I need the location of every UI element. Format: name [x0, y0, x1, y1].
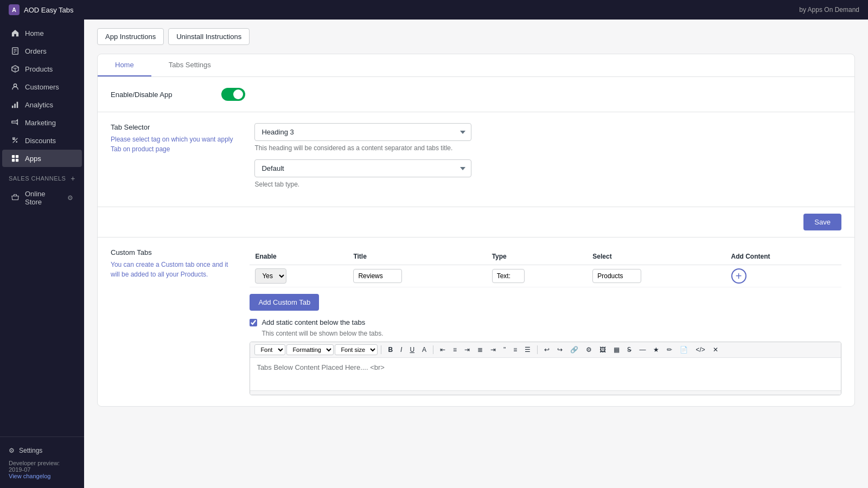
save-button[interactable]: Save [803, 214, 841, 230]
col-select: Select [587, 248, 725, 265]
tab-type-hint: Select tab type. [254, 181, 471, 188]
online-store-settings-icon[interactable]: ⚙ [67, 194, 73, 202]
main-card: Home Tabs Settings Enable/Disable App Ta… [97, 54, 855, 407]
toolbar-pen[interactable]: ✏ [663, 344, 675, 355]
app-instructions-button[interactable]: App Instructions [97, 28, 164, 45]
sidebar-item-orders[interactable]: Orders [2, 42, 82, 60]
sidebar-nav: Home Orders Products Customers [0, 20, 84, 436]
toolbar-align-left[interactable]: ⇤ [437, 344, 449, 355]
tab-home[interactable]: Home [98, 54, 151, 76]
custom-tabs-table: Enable Title Type Select Add Content [250, 248, 841, 287]
add-content-button[interactable]: + [731, 268, 746, 284]
toolbar-align-justify[interactable]: ≣ [474, 344, 486, 355]
customers-icon [11, 82, 20, 91]
col-title: Title [348, 248, 486, 265]
static-content-label[interactable]: Add static content below the tabs [261, 318, 365, 326]
sidebar-item-customers[interactable]: Customers [2, 78, 82, 95]
heading-select[interactable]: Heading 1 Heading 2 Heading 3 Heading 4 … [254, 123, 471, 141]
tab-selector-desc: Tab Selector Please select tag on which … [111, 123, 233, 154]
changelog-link[interactable]: View changelog [9, 473, 50, 479]
sidebar-item-home[interactable]: Home [2, 24, 82, 42]
top-bar-byline: by Apps On Demand [799, 6, 859, 14]
enable-label: Enable/Disable App [111, 91, 208, 99]
toolbar-table[interactable]: ▦ [610, 344, 623, 355]
row-select-input[interactable] [592, 269, 641, 283]
sales-channels-header: SALES CHANNELS + [0, 168, 84, 185]
orders-icon [11, 47, 20, 55]
card-tab-nav: Home Tabs Settings [98, 54, 854, 77]
svg-line-6 [15, 67, 18, 69]
tab-selector-desc-text: Please select tag on which you want appl… [111, 134, 233, 154]
toolbar-list-unordered[interactable]: ☰ [521, 344, 534, 355]
toolbar-underline[interactable]: U [406, 344, 418, 355]
dev-preview: Developer preview: 2019-07 View changelo… [9, 458, 75, 481]
toolbar-image[interactable]: 🖼 [596, 344, 609, 355]
toolbar-undo[interactable]: ↩ [541, 344, 553, 355]
toolbar-indent[interactable]: ⇥ [487, 344, 499, 355]
enable-section: Enable/Disable App [98, 77, 854, 112]
toolbar-hr[interactable]: — [636, 344, 649, 355]
sidebar-item-online-store[interactable]: Online Store ⚙ [2, 185, 82, 210]
custom-tabs-section: Custom Tabs You can create a Custom tab … [98, 237, 854, 406]
toolbar-bold[interactable]: B [385, 344, 396, 355]
main-content: App Instructions Uninstall Instructions … [84, 20, 868, 488]
sidebar-item-marketing[interactable]: Marketing [2, 114, 82, 131]
app-icon: A [9, 4, 20, 15]
font-select[interactable]: Font [254, 344, 285, 355]
toolbar-color[interactable]: A [419, 344, 430, 355]
custom-tabs-title: Custom Tabs [111, 248, 228, 256]
svg-line-5 [12, 67, 15, 69]
toolbar-align-right[interactable]: ⇥ [461, 344, 473, 355]
toolbar-unlink[interactable]: ⚙ [583, 344, 595, 355]
col-enable: Enable [250, 248, 348, 265]
sidebar-item-apps[interactable]: Apps [2, 150, 82, 167]
apps-icon [11, 154, 20, 163]
rich-editor-content[interactable]: Tabs Below Content Placed Here.... <br> [250, 358, 841, 390]
enable-toggle[interactable] [221, 88, 245, 101]
sidebar-label-marketing: Marketing [25, 119, 56, 127]
toolbar-redo[interactable]: ↪ [554, 344, 566, 355]
toolbar-clear[interactable]: ✕ [710, 344, 722, 355]
products-icon [11, 65, 20, 73]
rich-toolbar: Font Formatting Font size B I U [250, 342, 841, 358]
sidebar-item-products[interactable]: Products [2, 60, 82, 78]
col-type: Type [487, 248, 588, 265]
add-sales-channel-button[interactable]: + [71, 174, 75, 183]
sidebar-label-apps: Apps [25, 155, 41, 163]
home-icon [11, 29, 20, 37]
row-title-input[interactable] [353, 269, 402, 283]
toolbar-blockquote[interactable]: " [500, 344, 509, 355]
sidebar-label-analytics: Analytics [25, 101, 53, 109]
add-custom-tab-button[interactable]: Add Custom Tab [250, 294, 319, 311]
sidebar: Home Orders Products Customers [0, 20, 84, 488]
row-enable-select[interactable]: Yes No [255, 268, 286, 284]
sidebar-item-discounts[interactable]: Discounts [2, 132, 82, 149]
col-add-content: Add Content [726, 248, 841, 265]
svg-rect-14 [12, 155, 15, 158]
discounts-icon [11, 136, 20, 145]
tab-type-select[interactable]: Default Accordion Vertical [254, 159, 471, 177]
editor-resize-handle[interactable] [250, 390, 841, 395]
toolbar-code[interactable]: </> [692, 344, 708, 355]
toolbar-file[interactable]: 📄 [676, 344, 691, 355]
settings-link[interactable]: ⚙ Settings [9, 444, 75, 458]
analytics-icon [11, 100, 20, 109]
static-content-checkbox[interactable] [250, 319, 257, 326]
tab-tabs-settings[interactable]: Tabs Settings [151, 54, 228, 76]
toolbar-strike[interactable]: S̶ [624, 344, 635, 355]
toolbar-link[interactable]: 🔗 [567, 344, 582, 355]
formatting-select[interactable]: Formatting [286, 344, 334, 355]
toolbar-star[interactable]: ★ [650, 344, 662, 355]
uninstall-instructions-button[interactable]: Uninstall Instructions [168, 28, 250, 45]
toolbar-italic[interactable]: I [397, 344, 405, 355]
svg-rect-16 [12, 159, 15, 162]
font-size-select[interactable]: Font size [335, 344, 378, 355]
toolbar-separator-2 [433, 345, 433, 354]
toolbar-list-ordered[interactable]: ≡ [510, 344, 520, 355]
custom-tabs-desc-text: You can create a Custom tab once and it … [111, 260, 228, 279]
sidebar-item-analytics[interactable]: Analytics [2, 96, 82, 113]
row-type-input[interactable] [492, 269, 525, 283]
settings-icon: ⚙ [9, 447, 15, 454]
toolbar-align-center[interactable]: ≡ [450, 344, 460, 355]
custom-tabs-desc: Custom Tabs You can create a Custom tab … [111, 248, 228, 279]
